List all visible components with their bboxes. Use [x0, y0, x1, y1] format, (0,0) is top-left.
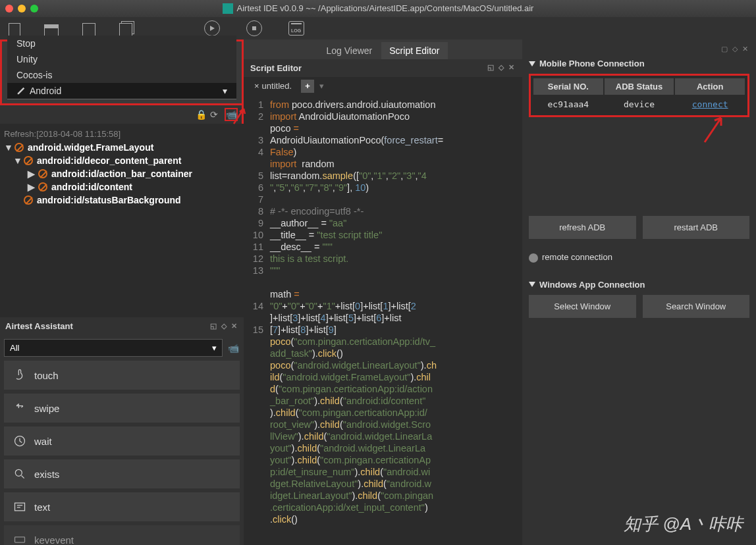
panel-controls[interactable]: ▢ ◇ ✕: [529, 45, 749, 53]
file-saveall-icon[interactable]: [119, 23, 132, 36]
app-icon: [223, 3, 233, 14]
ban-icon: [24, 195, 33, 205]
camera-icon[interactable]: 📹: [227, 342, 240, 355]
chevron-down-icon: ▾: [212, 343, 217, 353]
svg-point-3: [15, 469, 22, 476]
assist-item-touch[interactable]: touch: [4, 361, 240, 390]
center-tabbar: Log Viewer Script Editor: [244, 39, 522, 59]
ban-icon: [38, 182, 47, 192]
assistant-header: Airtest Assistant ◱ ◇ ✕: [0, 317, 244, 335]
stop-icon[interactable]: [246, 20, 262, 36]
tree-row[interactable]: ▼android:id/decor_content_parent: [4, 154, 240, 167]
refresh-icon[interactable]: ⟳: [207, 108, 221, 121]
code-editor[interactable]: 123456789101112131415 from poco.drivers.…: [244, 95, 522, 529]
chevron-down-icon[interactable]: ▾: [319, 81, 324, 91]
close-icon[interactable]: [5, 5, 13, 13]
device-table: Serial NO. ADB Status Action ec91aaa4 de…: [529, 74, 749, 117]
panel-controls[interactable]: ◱ ◇ ✕: [487, 63, 516, 73]
mobile-section-header[interactable]: Mobile Phone Connection: [529, 53, 749, 74]
svg-rect-4: [15, 503, 25, 511]
refresh-adb-button[interactable]: refresh ADB: [529, 216, 636, 239]
dropdown-item-stop[interactable]: Stop: [7, 36, 236, 51]
tree-row[interactable]: ▼android.widget.FrameLayout: [4, 141, 240, 154]
svg-rect-1: [252, 26, 256, 30]
dropdown-item-unity[interactable]: Unity: [7, 51, 236, 67]
chevron-down-icon: ▾: [223, 86, 227, 96]
assistant-filter-select[interactable]: All▾: [4, 339, 223, 357]
th-adb: ADB Status: [605, 78, 674, 95]
td-adb: device: [604, 95, 675, 113]
annotation-arrow-icon: [230, 105, 250, 125]
ban-icon: [14, 143, 24, 152]
assist-item-exists[interactable]: exists: [4, 459, 240, 488]
new-tab-button[interactable]: +: [301, 80, 314, 93]
remote-connection-option[interactable]: remote connection: [529, 248, 749, 274]
pencil-icon: [16, 86, 26, 95]
triangle-down-icon: [529, 282, 535, 287]
assist-item-keyevent[interactable]: kevevent: [4, 525, 240, 545]
poco-mode-dropdown[interactable]: Stop Unity Cocos-is Android ▾: [0, 39, 244, 105]
ui-hierarchy-tree[interactable]: Refresh:[2018-04-08 11:15:58] ▼android.w…: [0, 124, 244, 317]
log-icon[interactable]: LOG: [288, 21, 304, 36]
assist-item-swipe[interactable]: swipe: [4, 394, 240, 423]
ban-icon: [38, 169, 47, 178]
device-row: ec91aaa4 device connect: [533, 95, 745, 113]
dropdown-item-cocos[interactable]: Cocos-is: [7, 67, 236, 83]
windows-section-header[interactable]: Windows App Connection: [529, 274, 749, 295]
tab-script-editor[interactable]: Script Editor: [381, 42, 447, 59]
dropdown-item-android[interactable]: Android ▾: [7, 83, 236, 99]
triangle-down-icon: [529, 61, 535, 66]
radio-icon[interactable]: [529, 253, 538, 263]
code-body[interactable]: from poco.drivers.android.uiautomation i…: [270, 99, 522, 525]
ban-icon: [24, 156, 33, 165]
td-serial: ec91aaa4: [533, 95, 604, 113]
line-gutter: 123456789101112131415: [244, 99, 270, 525]
lock-icon[interactable]: 🔒: [194, 108, 207, 121]
th-serial: Serial NO.: [533, 78, 603, 95]
svg-rect-5: [15, 537, 25, 542]
svg-marker-0: [210, 26, 215, 31]
tree-row[interactable]: ▶android:id/action_bar_container: [4, 167, 240, 180]
restart-adb-button[interactable]: restart ADB: [643, 216, 750, 239]
refresh-timestamp: Refresh:[2018-04-08 11:15:58]: [4, 128, 240, 141]
panel-controls[interactable]: ◱ ◇ ✕: [210, 322, 238, 330]
window-title: Airtest IDE v0.0.9 ~~ /Applications/Airt…: [237, 3, 534, 13]
file-tab[interactable]: ×untitled.: [248, 77, 298, 95]
minimize-icon[interactable]: [18, 5, 26, 13]
window-titlebar: Airtest IDE v0.0.9 ~~ /Applications/Airt…: [0, 0, 756, 17]
run-icon[interactable]: [204, 20, 220, 36]
assist-item-text[interactable]: text: [4, 492, 240, 521]
maximize-icon[interactable]: [30, 5, 38, 13]
select-window-button[interactable]: Select Window: [529, 295, 636, 318]
tab-log-viewer[interactable]: Log Viewer: [318, 42, 380, 59]
search-window-button[interactable]: Search Window: [643, 295, 750, 318]
annotation-arrow-icon: [701, 113, 728, 145]
file-save-icon[interactable]: [82, 23, 95, 36]
file-open-icon[interactable]: [44, 24, 59, 36]
th-action: Action: [675, 78, 745, 95]
tree-row[interactable]: ▶android:id/content: [4, 180, 240, 194]
editor-header: Script Editor ◱ ◇ ✕: [244, 59, 522, 77]
watermark: 知乎 @A丶咔咔: [624, 513, 743, 536]
assist-item-wait[interactable]: wait: [4, 427, 240, 455]
connect-link[interactable]: connect: [674, 95, 745, 113]
tree-row[interactable]: ▶android:id/statusBarBackground: [4, 194, 240, 207]
